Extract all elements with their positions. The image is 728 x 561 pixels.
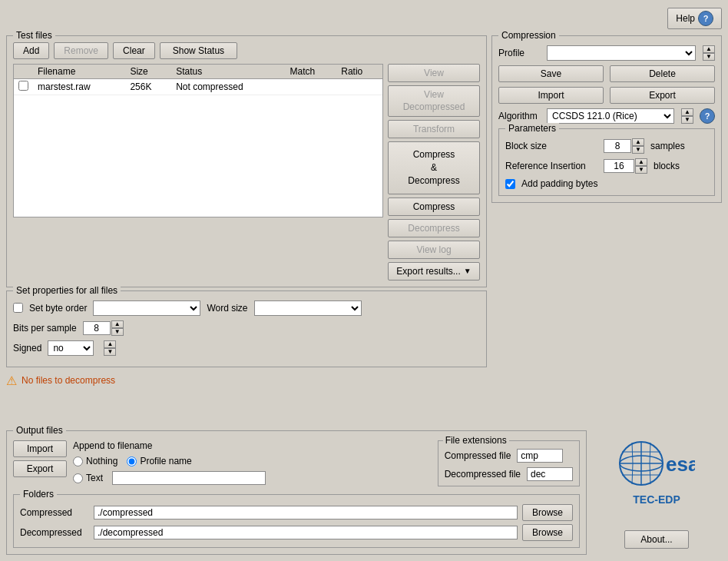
profile-down-btn[interactable]: ▼ [703, 53, 715, 61]
col-filename: Filename [33, 65, 125, 79]
algorithm-help-icon[interactable]: ? [700, 108, 715, 124]
tec-edp-text: TEC-EDP [633, 493, 680, 506]
file-ext-label: File extensions [443, 435, 509, 446]
test-files-label: Test files [13, 30, 55, 41]
decompressed-folder-label: Decompressed [20, 527, 89, 538]
profile-name-label: Profile name [140, 456, 191, 466]
text-label: Text [86, 473, 103, 483]
block-size-label: Block size [505, 141, 597, 151]
dropdown-arrow-icon: ▼ [464, 267, 472, 275]
word-size-select[interactable]: 1 2 4 [254, 300, 362, 316]
algo-down-btn[interactable]: ▼ [681, 116, 693, 124]
signed-down-btn[interactable]: ▼ [104, 348, 116, 356]
folders-label: Folders [20, 489, 57, 500]
compressed-folder-label: Compressed [20, 507, 89, 518]
status-bar: ⚠ No files to decompress [6, 370, 487, 391]
set-byte-order-checkbox[interactable] [13, 303, 23, 313]
bits-down-btn[interactable]: ▼ [111, 328, 124, 336]
col-size: Size [125, 65, 171, 79]
nothing-radio[interactable] [73, 456, 83, 466]
import-profile-button[interactable]: Import [498, 87, 604, 104]
ref-down-btn[interactable]: ▼ [635, 166, 647, 174]
output-export-button[interactable]: Export [13, 460, 67, 477]
bits-up-btn[interactable]: ▲ [111, 320, 124, 328]
view-log-button[interactable]: View log [388, 241, 480, 259]
decompressed-path-input[interactable] [94, 526, 518, 539]
bits-per-sample-input[interactable] [83, 321, 111, 335]
file-table: Filename Size Status Match Ratio [13, 64, 383, 217]
ref-insertion-label: Reference Insertion [505, 161, 597, 171]
profile-up-btn[interactable]: ▲ [703, 45, 715, 53]
algo-up-btn[interactable]: ▲ [681, 108, 693, 116]
help-label: Help [676, 13, 695, 24]
browse-decompressed-button[interactable]: Browse [522, 524, 573, 541]
about-button[interactable]: About... [624, 530, 688, 549]
help-button[interactable]: Help ? [667, 8, 722, 29]
help-icon: ? [698, 11, 713, 26]
cell-ratio [336, 79, 382, 95]
output-files-label: Output files [13, 425, 66, 436]
transform-button[interactable]: Transform [388, 120, 480, 138]
add-padding-checkbox[interactable] [505, 179, 515, 189]
output-import-button[interactable]: Import [13, 440, 67, 457]
nothing-label: Nothing [86, 456, 117, 466]
compress-decompress-label: Compress&Decompress [408, 149, 459, 186]
algorithm-label: Algorithm [498, 111, 541, 121]
text-input[interactable] [112, 471, 266, 485]
word-size-label: Word size [207, 303, 247, 314]
save-profile-button[interactable]: Save [498, 65, 604, 82]
esa-logo: esa TEC-EDP [618, 437, 695, 506]
cell-match [286, 79, 337, 95]
algorithm-select[interactable]: CCSDS 121.0 (Rice) CCSDS 122.0 CCSDS 123… [547, 108, 674, 124]
status-text: No files to decompress [22, 375, 115, 386]
add-padding-label: Add padding bytes [521, 178, 614, 189]
remove-button[interactable]: Remove [54, 42, 108, 59]
svg-text:esa: esa [666, 453, 695, 476]
export-results-button[interactable]: Export results... ▼ [388, 262, 480, 280]
col-status: Status [171, 65, 285, 79]
profile-select[interactable] [547, 45, 696, 61]
text-radio[interactable] [73, 473, 83, 483]
block-size-down-btn[interactable]: ▼ [632, 146, 644, 154]
signed-label: Signed [13, 343, 41, 354]
view-decompressed-button[interactable]: ViewDecompressed [388, 85, 480, 117]
decompress-button[interactable]: Decompress [388, 219, 480, 237]
block-size-input[interactable] [604, 139, 631, 153]
export-results-label: Export results... [396, 266, 460, 277]
block-size-up-btn[interactable]: ▲ [632, 138, 644, 146]
table-row: marstest.raw 256K Not compressed [14, 79, 382, 95]
delete-profile-button[interactable]: Delete [610, 65, 715, 82]
ref-insertion-unit: blocks [654, 161, 680, 171]
decompressed-ext-input[interactable] [527, 467, 573, 481]
esa-logo-svg: esa [618, 437, 695, 490]
profile-label: Profile [498, 48, 541, 58]
clear-button[interactable]: Clear [113, 42, 155, 59]
signed-up-btn[interactable]: ▲ [104, 340, 116, 348]
set-byte-order-label: Set byte order [29, 303, 87, 314]
compression-label: Compression [498, 30, 559, 41]
ref-up-btn[interactable]: ▲ [635, 158, 647, 166]
properties-label: Set properties for all files [13, 285, 121, 296]
block-size-unit: samples [650, 141, 685, 151]
browse-compressed-button[interactable]: Browse [522, 504, 573, 521]
warning-icon: ⚠ [6, 373, 17, 388]
compressed-ext-input[interactable] [517, 449, 563, 463]
ref-insertion-input[interactable] [604, 159, 634, 173]
esa-panel: esa TEC-EDP About... [591, 430, 722, 555]
cell-size: 256K [125, 79, 171, 95]
decompressed-file-label: Decompressed file [445, 469, 521, 480]
compress-button[interactable]: Compress [388, 198, 480, 216]
row-checkbox[interactable] [18, 81, 28, 91]
export-profile-button[interactable]: Export [610, 87, 715, 104]
compressed-file-label: Compressed file [445, 450, 511, 461]
byte-order-select[interactable]: big endian little endian [93, 300, 200, 316]
signed-select[interactable]: no yes [48, 340, 94, 356]
append-label: Append to filename [73, 440, 152, 451]
profile-name-radio[interactable] [127, 456, 137, 466]
view-button[interactable]: View [388, 64, 480, 82]
compress-decompress-button[interactable]: Compress&Decompress [388, 141, 480, 194]
show-status-button[interactable]: Show Status [160, 42, 237, 59]
compressed-path-input[interactable] [94, 506, 518, 520]
col-match: Match [286, 65, 337, 79]
add-button[interactable]: Add [13, 42, 49, 59]
